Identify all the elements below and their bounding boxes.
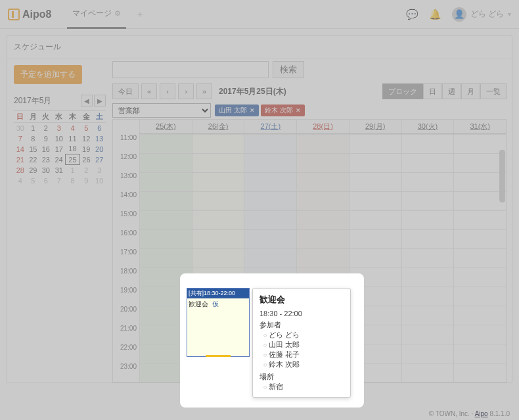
mini-cal-day[interactable]: 7 <box>14 133 27 144</box>
view-list[interactable]: 一覧 <box>480 83 507 99</box>
bell-icon[interactable]: 🔔 <box>429 9 441 20</box>
mini-cal-day[interactable]: 6 <box>39 175 53 186</box>
tooltip-title: 歓迎会 <box>260 294 344 306</box>
chat-icon[interactable]: 💬 <box>406 9 418 20</box>
filter-tag[interactable]: 鈴木 次郎 ✕ <box>261 105 305 116</box>
mini-cal-day[interactable]: 20 <box>93 144 106 154</box>
mini-cal-day[interactable]: 17 <box>53 144 66 154</box>
close-icon[interactable]: ✕ <box>296 107 301 114</box>
view-block[interactable]: ブロック <box>382 83 423 99</box>
nav-first[interactable]: « <box>141 83 157 99</box>
tooltip-participant: 山田 太郎 <box>263 340 344 350</box>
tooltip-participant: 佐藤 花子 <box>263 350 344 360</box>
view-day[interactable]: 日 <box>423 83 442 99</box>
tooltip-participant: どら どら <box>263 330 344 340</box>
search-button[interactable]: 検索 <box>273 61 304 78</box>
view-month[interactable]: 月 <box>461 83 480 99</box>
day-column[interactable] <box>401 134 454 382</box>
tab-mypage[interactable]: マイページ ⚙ <box>67 0 126 29</box>
mini-cal-day[interactable]: 3 <box>53 123 66 133</box>
user-name: どら どら <box>470 9 504 20</box>
mini-cal-day[interactable]: 10 <box>53 133 66 144</box>
mini-cal-day[interactable]: 5 <box>27 175 40 186</box>
time-label: 11:00 <box>113 134 139 153</box>
time-label: 21:00 <box>113 325 139 344</box>
footer-link[interactable]: Aipo <box>475 410 488 417</box>
mini-cal-day[interactable]: 5 <box>79 123 93 133</box>
day-header[interactable]: 25(木) <box>139 120 192 133</box>
add-schedule-button[interactable]: 予定を追加する <box>14 65 82 84</box>
mini-cal-next[interactable]: ▶ <box>94 95 106 106</box>
mini-cal-day[interactable]: 4 <box>66 123 79 133</box>
mini-cal-day[interactable]: 15 <box>27 144 40 154</box>
mini-cal-day[interactable]: 9 <box>79 175 93 186</box>
mini-cal-day[interactable]: 29 <box>27 165 40 175</box>
event-tooltip: 歓迎会 18:30 - 22:00 参加者 どら どら山田 太郎佐藤 花子鈴木 … <box>252 288 351 398</box>
mini-cal-day[interactable]: 31 <box>53 165 66 175</box>
mini-cal-day[interactable]: 12 <box>79 133 93 144</box>
mini-cal-day[interactable]: 8 <box>66 175 79 186</box>
mini-cal-day[interactable]: 7 <box>53 175 66 186</box>
mini-cal-day[interactable]: 8 <box>27 133 40 144</box>
mini-cal-day[interactable]: 13 <box>93 133 106 144</box>
scrollbar-thumb[interactable] <box>499 150 505 202</box>
search-input[interactable] <box>112 61 269 78</box>
tooltip-time: 18:30 - 22:00 <box>260 310 344 317</box>
mini-cal-day[interactable]: 2 <box>79 165 93 175</box>
nav-last[interactable]: » <box>196 83 212 99</box>
mini-cal-day[interactable]: 25 <box>66 154 79 165</box>
time-label: 14:00 <box>113 191 139 210</box>
mini-cal-day[interactable]: 10 <box>93 175 106 186</box>
time-label: 17:00 <box>113 248 139 268</box>
time-label: 18:00 <box>113 268 139 287</box>
today-button[interactable]: 今日 <box>112 83 139 99</box>
mini-cal-day[interactable]: 30 <box>39 165 53 175</box>
view-week[interactable]: 週 <box>442 83 461 99</box>
mini-cal-day[interactable]: 26 <box>79 154 93 165</box>
mini-cal-day[interactable]: 30 <box>14 123 27 133</box>
event-card[interactable]: [共有]18:30-22:00 歓迎会 仮 <box>187 288 250 357</box>
mini-cal-day[interactable]: 2 <box>39 123 53 133</box>
mini-cal-day[interactable]: 3 <box>93 165 106 175</box>
mini-cal-day[interactable]: 4 <box>14 175 27 186</box>
nav-prev[interactable]: ‹ <box>160 83 175 99</box>
day-column[interactable] <box>453 134 506 382</box>
mini-cal-day[interactable]: 1 <box>66 165 79 175</box>
mini-cal-day[interactable]: 21 <box>14 154 27 165</box>
time-label: 12:00 <box>113 153 139 172</box>
mini-cal-day[interactable]: 27 <box>93 154 106 165</box>
filter-tag[interactable]: 山田 太郎 ✕ <box>215 105 259 116</box>
mini-cal-day[interactable]: 28 <box>14 165 27 175</box>
mini-cal-day[interactable]: 24 <box>53 154 66 165</box>
event-title: 歓迎会 <box>189 300 208 308</box>
mini-cal-prev[interactable]: ◀ <box>81 95 93 106</box>
mini-cal-day[interactable]: 9 <box>39 133 53 144</box>
day-header[interactable]: 27(土) <box>244 120 296 133</box>
mini-cal-day[interactable]: 16 <box>39 144 53 154</box>
mini-cal-day[interactable]: 22 <box>27 154 40 165</box>
day-header[interactable]: 29(月) <box>349 120 401 133</box>
mini-cal-day[interactable]: 19 <box>79 144 93 154</box>
day-header[interactable]: 31(水) <box>453 120 506 133</box>
mini-cal-day[interactable]: 14 <box>14 144 27 154</box>
mini-cal-day[interactable]: 1 <box>27 123 40 133</box>
add-tab-button[interactable]: ＋ <box>135 9 145 20</box>
group-select[interactable]: 営業部 <box>112 103 211 118</box>
user-menu[interactable]: 👤 どら どら ▾ <box>452 7 511 22</box>
mini-cal-day[interactable]: 6 <box>93 123 106 133</box>
mini-cal-day[interactable]: 18 <box>66 144 79 154</box>
close-icon[interactable]: ✕ <box>250 107 255 114</box>
brand-text: Aipo8 <box>22 9 51 20</box>
gear-icon[interactable]: ⚙ <box>114 9 121 18</box>
day-header[interactable]: 26(金) <box>192 120 244 133</box>
day-header[interactable]: 28(日) <box>296 120 349 133</box>
event-status: 仮 <box>212 300 219 308</box>
mini-cal-day[interactable]: 11 <box>66 133 79 144</box>
nav-next[interactable]: › <box>178 83 194 99</box>
day-header[interactable]: 30(火) <box>401 120 454 133</box>
mini-cal-day[interactable]: 23 <box>39 154 53 165</box>
brand: Aipo8 <box>8 9 51 20</box>
tooltip-participants-label: 参加者 <box>260 320 344 330</box>
time-label: 23:00 <box>113 363 139 382</box>
brand-icon <box>8 9 20 20</box>
